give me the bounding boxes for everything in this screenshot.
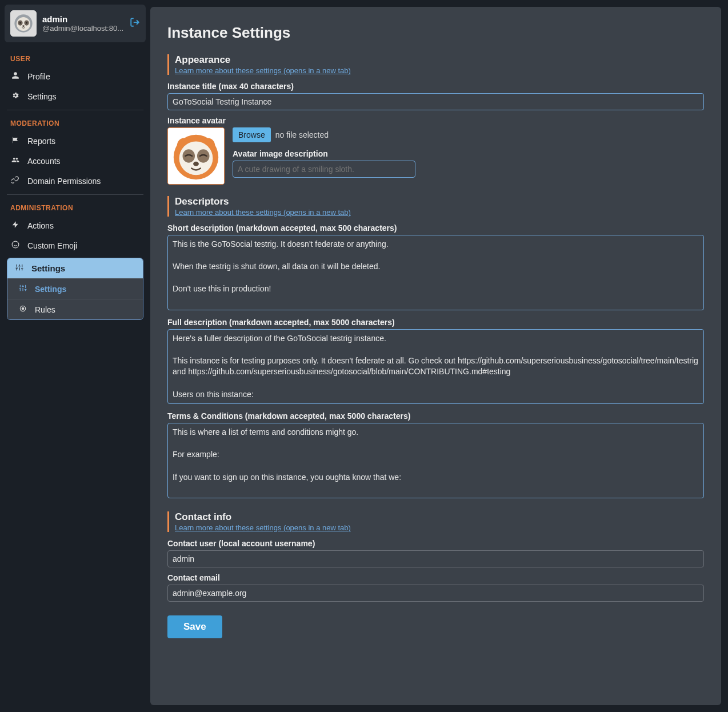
short-desc-label: Short description (markdown accepted, ma…: [167, 223, 704, 233]
user-info: admin @admin@localhost:80...: [42, 14, 124, 33]
settings-panel: Instance Settings Appearance Learn more …: [150, 7, 721, 705]
section-title: Descriptors: [175, 196, 704, 207]
nav-settings[interactable]: Settings: [5, 86, 146, 106]
svg-point-37: [182, 149, 195, 163]
nav-label: Reports: [27, 137, 55, 146]
bolt-icon: [10, 221, 21, 230]
nav-label: Domain Permissions: [27, 177, 101, 186]
nav-label: Settings: [31, 263, 65, 273]
user-card: admin @admin@localhost:80...: [5, 5, 146, 42]
short-desc-textarea[interactable]: [167, 235, 704, 310]
svg-point-38: [197, 149, 210, 163]
section-contact: Contact info Learn more about these sett…: [167, 511, 704, 532]
nav-label: Profile: [27, 72, 50, 81]
sliders-icon: [18, 284, 28, 294]
page-title: Instance Settings: [167, 24, 704, 42]
nav-label: Accounts: [27, 157, 61, 166]
learn-more-link[interactable]: Learn more about these settings (opens i…: [175, 208, 351, 217]
full-desc-label: Full description (markdown accepted, max…: [167, 318, 704, 327]
save-button[interactable]: Save: [167, 615, 222, 638]
terms-label: Terms & Conditions (markdown accepted, m…: [167, 411, 704, 421]
avatar-preview: [167, 127, 225, 185]
sidebar: admin @admin@localhost:80... USER Profil…: [0, 0, 150, 712]
nav-sub-rules[interactable]: Rules: [7, 299, 143, 319]
svg-point-9: [12, 241, 19, 248]
nav-accounts[interactable]: Accounts: [5, 151, 146, 171]
sliders-icon: [14, 263, 25, 273]
nav-label: Settings: [35, 285, 66, 294]
smile-icon: [10, 241, 21, 250]
avatar-desc-label: Avatar image description: [233, 149, 704, 158]
nav-reports[interactable]: Reports: [5, 131, 146, 151]
user-display-name: admin: [42, 14, 124, 24]
main-content: Instance Settings Appearance Learn more …: [150, 0, 728, 712]
user-avatar: [10, 10, 37, 37]
nav-settings-group-header[interactable]: Settings: [7, 258, 143, 278]
avatar-desc-input[interactable]: [233, 161, 415, 178]
divider: [7, 194, 143, 195]
svg-point-6: [26, 22, 27, 24]
nav-label: Rules: [35, 305, 55, 314]
section-descriptors: Descriptors Learn more about these setti…: [167, 196, 704, 217]
learn-more-link[interactable]: Learn more about these settings (opens i…: [175, 523, 351, 532]
nav-settings-group: Settings Settings Rules: [7, 258, 143, 320]
nav-domain-permissions[interactable]: Domain Permissions: [5, 171, 146, 191]
learn-more-link[interactable]: Learn more about these settings (opens i…: [175, 66, 351, 75]
instance-title-input[interactable]: [167, 93, 704, 110]
nav-profile[interactable]: Profile: [5, 66, 146, 86]
svg-point-5: [19, 22, 21, 24]
svg-point-31: [22, 307, 24, 310]
contact-user-input[interactable]: [167, 550, 704, 567]
browse-button[interactable]: Browse: [233, 127, 271, 142]
contact-email-input[interactable]: [167, 585, 704, 602]
user-icon: [10, 71, 21, 81]
contact-email-label: Contact email: [167, 573, 704, 582]
terms-textarea[interactable]: [167, 423, 704, 498]
full-desc-textarea[interactable]: [167, 329, 704, 405]
flag-icon: [10, 136, 21, 146]
nav-section-moderation: MODERATION: [5, 114, 146, 131]
nav-section-user: USER: [5, 49, 146, 66]
section-appearance: Appearance Learn more about these settin…: [167, 54, 704, 75]
svg-point-39: [193, 162, 199, 166]
instance-title-label: Instance title (max 40 characters): [167, 82, 704, 91]
user-handle: @admin@localhost:80...: [42, 24, 124, 33]
nav-label: Actions: [27, 221, 54, 230]
section-title: Appearance: [175, 54, 704, 66]
link-icon: [10, 176, 21, 186]
nav-label: Settings: [27, 92, 57, 101]
nav-custom-emoji[interactable]: Custom Emoji: [5, 235, 146, 255]
nav-sub-settings[interactable]: Settings: [7, 278, 143, 299]
logout-icon[interactable]: [130, 17, 140, 30]
sloth-icon: [10, 10, 37, 37]
dot-icon: [18, 305, 28, 314]
section-title: Contact info: [175, 511, 704, 523]
instance-avatar-label: Instance avatar: [167, 116, 704, 125]
nav-section-administration: ADMINISTRATION: [5, 198, 146, 215]
svg-point-7: [22, 25, 25, 27]
no-file-text: no file selected: [275, 130, 329, 139]
users-icon: [10, 156, 21, 166]
gear-icon: [10, 91, 21, 101]
sloth-icon: [168, 128, 224, 184]
nav-actions[interactable]: Actions: [5, 215, 146, 235]
divider: [7, 110, 143, 110]
contact-user-label: Contact user (local account username): [167, 539, 704, 548]
nav-label: Custom Emoji: [27, 241, 77, 250]
